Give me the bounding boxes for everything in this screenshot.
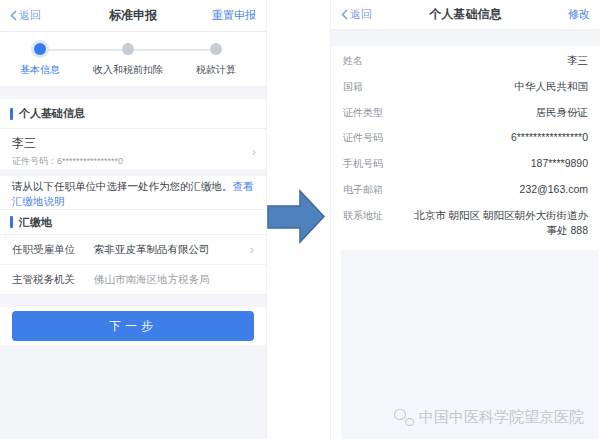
back-chevron-icon [10,10,17,21]
left-footer-area [0,345,266,439]
section-accent-bar [10,108,13,120]
back-chevron-icon [341,9,348,20]
field-row-phone: 手机号码 187****9890 [343,151,588,177]
reset-declaration-button[interactable]: 重置申报 [212,8,256,23]
right-footer-area: 中国中医科学院望京医院 [341,250,598,439]
step-basic-info[interactable]: 基本信息 [0,43,80,77]
divider-gap [0,86,266,99]
progress-stepper: 基本信息 收入和税前扣除 税款计算 [0,32,266,86]
chevron-right-icon: › [252,145,256,158]
taxpayer-row[interactable]: 李三 证件号码：6****************0 › [0,129,266,169]
step-dot [122,43,134,55]
chevron-right-icon: › [250,243,254,256]
step-dot [210,43,222,55]
page-title: 个人基础信息 [341,6,590,23]
step-tax-calculation[interactable]: 税款计算 [176,43,256,77]
section-accent-bar [10,216,13,228]
taxpayer-id: 证件号码：6****************0 [12,155,123,168]
hospital-watermark: 中国中医科学院望京医院 [394,408,584,427]
left-navbar: 返回 标准申报 重置申报 [0,0,266,32]
wechat-logo-icon [394,409,414,426]
screenshot-stage: 返回 标准申报 重置申报 基本信息 收入和税前扣除 税款计算 [0,0,600,439]
flow-arrow-icon [267,188,326,245]
hospital-name: 中国中医科学院望京医院 [419,408,584,427]
step-dot-active [34,43,46,55]
field-row-address: 联系地址 北京市 朝阳区 朝阳区朝外大街街道办事处 888 [343,203,588,245]
step-income-deduction[interactable]: 收入和税前扣除 [88,43,168,77]
modify-button[interactable]: 修改 [568,7,590,22]
back-label: 返回 [19,8,41,23]
notice-text: 请从以下任职单位中选择一处作为您的汇缴地。 [12,180,233,192]
remit-notice: 请从以下任职单位中选择一处作为您的汇缴地。查看汇缴地说明 [0,176,266,209]
field-row-email: 电子邮箱 232@163.com [343,177,588,203]
right-navbar: 返回 个人基础信息 修改 [331,0,600,30]
employer-row[interactable]: 任职受雇单位 索非亚皮革制品有限公司 › [0,235,266,265]
screen-standard-declaration: 返回 标准申报 重置申报 基本信息 收入和税前扣除 税款计算 [0,0,266,439]
taxpayer-name: 李三 [12,135,123,152]
field-row-name: 姓名 李三 [343,48,588,74]
section-personal-info: 个人基础信息 [0,99,266,129]
divider-gap [331,30,600,46]
tax-authority-row: 主管税务机关 佛山市南海区地方税务局 [0,265,266,295]
back-label: 返回 [350,7,372,22]
next-button-area: 下一步 [0,307,266,345]
screen-personal-basic-info: 返回 个人基础信息 修改 姓名 李三 国籍 中华人民共和国 证件类型 居民身份证… [331,0,600,439]
personal-info-list: 姓名 李三 国籍 中华人民共和国 证件类型 居民身份证 证件号码 6******… [331,46,600,250]
section-remit-location: 汇缴地 [0,209,266,235]
field-row-id-type: 证件类型 居民身份证 [343,100,588,126]
back-button[interactable]: 返回 [341,7,372,22]
next-step-button[interactable]: 下一步 [12,311,254,341]
divider-gap [0,295,266,307]
back-button[interactable]: 返回 [10,8,41,23]
field-row-id-number: 证件号码 6****************0 [343,125,588,151]
field-row-nationality: 国籍 中华人民共和国 [343,74,588,100]
divider-gap [0,169,266,176]
